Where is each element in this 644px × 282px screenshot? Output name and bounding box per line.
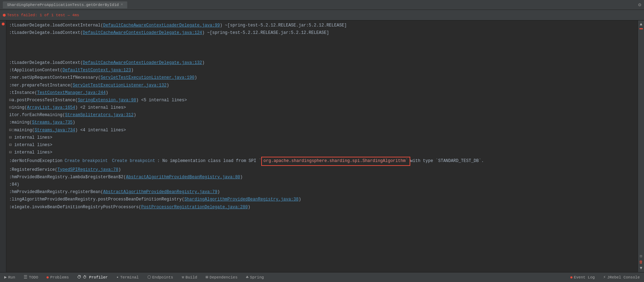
blank-2 [9, 44, 635, 52]
todo-label: TODO [29, 275, 38, 280]
code-area[interactable]: :tLoaderDelegate.loadContextInternal(Def… [6, 20, 638, 272]
stack-link-2[interactable]: DefaultCacheAwareContextLoaderDelegate.j… [83, 30, 202, 35]
left-gutter [0, 20, 6, 272]
stack-line-9: ⊟ining(ArrayList.java:1654) <2 internal … [9, 104, 635, 112]
error-message: : No implementation class load from SPI … [157, 158, 261, 164]
settings-icon[interactable]: ⚙ [638, 2, 641, 8]
stack-link-11[interactable]: Streams.java:735 [32, 120, 73, 125]
run-icon: ▶ [4, 275, 7, 280]
stack-link-5[interactable]: ServletTestExecutionListener.java:190 [100, 75, 194, 80]
main-area: :tLoaderDelegate.loadContextInternal(Def… [0, 20, 644, 272]
stack-line-1: :tLoaderDelegate.loadContextInternal(Def… [9, 22, 635, 29]
dependencies-icon: ⊞ [206, 275, 208, 280]
problems-button[interactable]: Problems [45, 275, 70, 280]
test-toolbar: Tests failed: 1 of 1 test — 4ms [0, 10, 644, 20]
stack-link-12[interactable]: Streams.java:734 [35, 128, 75, 133]
stack-line-10: itor.forEachRemaining(StreamSpliterators… [9, 112, 635, 119]
stack-link-3[interactable]: DefaultCacheAwareContextLoaderDelegate.j… [83, 60, 202, 65]
after-link-4[interactable]: AbstractAlgorithmProvidedBeanRegistry.ja… [103, 190, 217, 194]
blank-1 [9, 37, 635, 44]
build-icon: ⚒ [182, 275, 184, 280]
print-icon[interactable]: ⊟ [640, 254, 642, 258]
spring-label: Spring [250, 275, 264, 280]
problems-error-dot [47, 276, 49, 278]
tab-label: ShardingSphereProApplicationTests.getOrd… [7, 3, 119, 7]
after-error-6: :elegate.invokeBeanDefinitionRegistryPos… [9, 204, 635, 211]
stack-line-4: :tApplicationContext(DefaultTestContext.… [9, 67, 635, 74]
stack-folded-2: ⊟ internal lines> [9, 142, 635, 149]
test-status: Tests failed: 1 of 1 test — 4ms [3, 13, 79, 17]
profiler-button[interactable]: ⏱ ⏱ Profiler [76, 274, 109, 281]
after-link-5[interactable]: ShardingAlgorithmProvidedBeanRegistry.ja… [184, 197, 299, 202]
stack-line-6: :ner.prepareTestInstance(ServletTestExec… [9, 82, 635, 89]
stack-line-12: ⊟:maining(Streams.java:734) <4 internal … [9, 127, 635, 134]
after-error-4: :hmProvidedBeanRegistry.registerBean(Abs… [9, 188, 635, 196]
stack-link-7[interactable]: TestContextManager.java:244 [37, 90, 105, 95]
spring-icon: ☘ [246, 275, 249, 280]
bottom-toolbar: ▶ Run ☰ TODO Problems ⏱ ⏱ Profiler ▪ Ter… [0, 272, 644, 282]
endpoints-label: Endpoints [152, 275, 173, 280]
stack-line-5: :ner.setUpRequestContextIfNecessary(Serv… [9, 74, 635, 82]
tab-close-button[interactable]: × [121, 3, 123, 7]
create-breakpoint-2[interactable]: Create breakpoint [112, 158, 155, 164]
after-error-3: :84) [9, 181, 635, 188]
run-label: Run [8, 275, 15, 280]
test-status-text: Tests failed: 1 of 1 test — 4ms [7, 13, 79, 17]
terminal-label: Terminal [120, 275, 139, 280]
dependencies-label: Dependencies [210, 275, 238, 280]
error-gutter-marker [2, 23, 5, 25]
after-error-1: :RegisteredService(TypedSPIRegistry.java… [9, 166, 635, 174]
error-indicator [3, 14, 6, 17]
error-exception-line: :derNotFoundException Create breakpoint … [9, 156, 635, 166]
terminal-icon: ▪ [116, 275, 119, 280]
endpoints-button[interactable]: ⬡ Endpoints [146, 274, 174, 281]
jrebel-label: JRebel Console [607, 275, 640, 280]
event-log-label: Event Log [574, 275, 595, 280]
title-tab[interactable]: ShardingSphereProApplicationTests.getOrd… [3, 1, 127, 8]
spring-button[interactable]: ☘ Spring [245, 274, 265, 281]
stack-folded-3: ⊟ internal lines> [9, 149, 635, 156]
stack-link-9[interactable]: ArrayList.java:1654 [27, 105, 75, 110]
build-button[interactable]: ⚒ Build [180, 274, 198, 281]
delete-icon[interactable]: 🗑 [639, 260, 643, 264]
stack-line-11: :maining(Streams.java:735) [9, 119, 635, 126]
stack-link-10[interactable]: StreamSpliterators.java:312 [65, 113, 133, 118]
stack-line-7: :tInstance(TestContextManager.java:244) [9, 89, 635, 97]
scroll-up-button[interactable]: ▲ [640, 22, 642, 27]
stack-line-3: :tLoaderDelegate.loadContext(DefaultCach… [9, 59, 635, 67]
stack-link-6[interactable]: ServletTestExecutionListener.java:132 [73, 83, 166, 88]
profiler-label: ⏱ Profiler [83, 275, 108, 280]
todo-button[interactable]: ☰ TODO [22, 274, 39, 281]
after-link-1[interactable]: TypedSPIRegistry.java:78 [57, 167, 118, 172]
after-link-6[interactable]: PostProcessorRegistrationDelegate.java:2… [141, 205, 247, 210]
error-suffix: with type `STANDARD_TEST_DB`. [410, 158, 484, 164]
jrebel-button[interactable]: ⚡ JRebel Console [602, 274, 641, 281]
build-label: Build [185, 275, 197, 280]
event-log-button[interactable]: Event Log [569, 275, 596, 280]
blank-3 [9, 52, 635, 59]
right-panel: ▲ ⊟ 🗑 ▼ [638, 20, 644, 272]
create-breakpoint-1[interactable]: Create breakpoint [65, 158, 108, 164]
event-log-dot [570, 276, 572, 278]
terminal-button[interactable]: ▪ Terminal [115, 274, 140, 281]
problems-label: Problems [50, 275, 69, 280]
endpoints-icon: ⬡ [147, 275, 151, 280]
error-class-highlight: org.apache.shardingsphere.sharding.spi.S… [261, 157, 410, 166]
title-bar: ShardingSphereProApplicationTests.getOrd… [0, 0, 644, 10]
after-link-2[interactable]: AbstractAlgorithmProvidedBeanRegistry.ja… [126, 175, 240, 180]
error-prefix: :derNotFoundException [9, 158, 62, 164]
stack-folded-1: ⊟ internal lines> [9, 134, 635, 142]
stack-link-4[interactable]: DefaultTestContext.java:123 [62, 68, 131, 73]
after-error-2: :hmProvidedBeanRegistry.lambda$registerB… [9, 174, 635, 181]
after-error-5: :lingAlgorithmProvidedBeanRegistry.postP… [9, 196, 635, 203]
scroll-down-button[interactable]: ▼ [640, 266, 642, 271]
stack-line-8: ⊟a.postProcessTestInstance(SpringExtensi… [9, 97, 635, 104]
jrebel-icon: ⚡ [603, 275, 606, 280]
stack-link-1[interactable]: DefaultCacheAwareContextLoaderDelegate.j… [103, 23, 220, 28]
dependencies-button[interactable]: ⊞ Dependencies [204, 274, 239, 281]
todo-icon: ☰ [24, 275, 27, 280]
run-button[interactable]: ▶ Run [3, 274, 17, 281]
error-scroll-marker [639, 28, 643, 29]
stack-link-8[interactable]: SpringExtension.java:98 [78, 98, 136, 103]
stack-line-2: :tLoaderDelegate.loadContext(DefaultCach… [9, 29, 635, 37]
